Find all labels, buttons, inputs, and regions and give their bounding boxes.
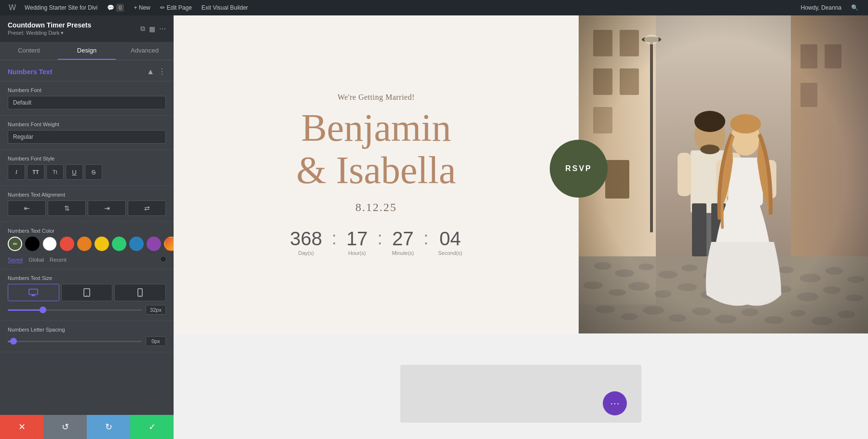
letter-spacing-slider-row: 0px: [8, 336, 166, 346]
sidebar-tabs: Content Design Advanced: [0, 42, 174, 60]
svg-rect-69: [579, 15, 868, 333]
color-swatch-white[interactable]: [42, 237, 57, 251]
size-slider[interactable]: [8, 309, 142, 311]
section-title: Numbers Text: [8, 68, 52, 76]
letter-spacing-value: 0px: [146, 336, 166, 346]
numbers-font-label: Numbers Font: [8, 87, 166, 93]
numbers-letter-spacing-section: Numbers Letter Spacing 0px: [0, 321, 174, 352]
capitalize-button[interactable]: Tt: [46, 164, 64, 180]
save-button[interactable]: ✓: [130, 415, 174, 439]
countdown-hours-label: Hour(s): [346, 250, 368, 256]
recent-tab[interactable]: Recent: [50, 257, 67, 263]
undo-button[interactable]: ↺: [43, 415, 87, 439]
tab-design[interactable]: Design: [58, 42, 116, 60]
color-swatch-gradient[interactable]: [164, 237, 174, 251]
cancel-button[interactable]: ✕: [0, 415, 43, 439]
search-icon[interactable]: 🔍: [846, 0, 863, 15]
eyedropper-swatch[interactable]: ✏: [8, 237, 22, 251]
numbers-font-weight-select[interactable]: Regular: [8, 130, 166, 144]
countdown-seconds-label: Second(s): [438, 250, 462, 256]
redo-button[interactable]: ↻: [87, 415, 130, 439]
color-swatch-green[interactable]: [112, 237, 126, 251]
color-tabs: Saved Global Recent: [8, 257, 67, 263]
svg-rect-2: [31, 296, 36, 296]
size-slider-row: 32px: [8, 305, 166, 315]
color-swatch-black[interactable]: [25, 237, 40, 251]
main-layout: Countdown Timer Presets Preset: Wedding …: [0, 15, 868, 439]
numbers-text-size-section: Numbers Text Size 32px: [0, 269, 174, 321]
color-swatch-purple[interactable]: [147, 237, 161, 251]
edit-page-link[interactable]: ✏ Edit Page: [155, 0, 197, 15]
align-right-button[interactable]: ⇥: [88, 200, 126, 216]
grid-icon[interactable]: ▦: [149, 25, 155, 33]
color-swatch-red[interactable]: [60, 237, 74, 251]
tab-advanced[interactable]: Advanced: [116, 42, 174, 60]
style-buttons: I TT Tt U S: [8, 164, 166, 180]
sidebar-subtitle[interactable]: Preset: Wedding Dark ▾: [8, 30, 91, 36]
align-center-button[interactable]: ⇅: [48, 200, 86, 216]
canvas-area: 🏷 We're Getting Married! Benjamin& Isabe…: [174, 15, 868, 439]
numbers-text-color-label: Numbers Text Color: [8, 228, 166, 234]
collapse-icon[interactable]: ▲: [147, 67, 154, 76]
wedding-date: 8.12.25: [355, 201, 397, 214]
countdown-minutes-value: 27: [392, 229, 414, 248]
countdown-hours-value: 17: [346, 229, 368, 248]
svg-rect-5: [138, 289, 142, 296]
countdown-sep-3: :: [421, 228, 430, 249]
rsvp-button[interactable]: RSVP: [550, 140, 608, 198]
device-phone[interactable]: [114, 284, 166, 301]
section-header-icons: ▲ ⋮: [147, 67, 166, 76]
color-settings-icon[interactable]: ⚙: [161, 256, 166, 263]
tab-content[interactable]: Content: [0, 42, 58, 60]
wedding-section: We're Getting Married! Benjamin& Isabell…: [174, 15, 868, 333]
color-swatch-blue[interactable]: [129, 237, 144, 251]
numbers-font-style-group: Numbers Font Style I TT Tt U S: [0, 150, 174, 186]
italic-button[interactable]: I: [8, 164, 25, 180]
numbers-font-group: Numbers Font Default: [0, 81, 174, 116]
new-link[interactable]: + New: [129, 0, 155, 15]
section-more-icon[interactable]: ⋮: [158, 67, 166, 76]
sidebar-footer: ✕ ↺ ↻ ✓: [0, 415, 174, 439]
countdown-minutes: 27 Minute(s): [384, 229, 422, 256]
wp-admin-bar: W Wedding Starter Site for Divi 💬 0 + Ne…: [0, 0, 868, 15]
comment-count: 0: [116, 4, 124, 12]
letter-spacing-slider[interactable]: [8, 341, 142, 342]
svg-point-4: [86, 295, 87, 296]
saved-tab[interactable]: Saved: [8, 257, 23, 263]
duplicate-icon[interactable]: ⧉: [140, 25, 145, 33]
more-options-button[interactable]: ⋯: [603, 391, 627, 415]
color-swatch-orange[interactable]: [77, 237, 92, 251]
align-left-button[interactable]: ⇤: [8, 200, 46, 216]
device-tabs: [8, 284, 166, 301]
numbers-font-select[interactable]: Default: [8, 96, 166, 109]
sidebar-header-left: Countdown Timer Presets Preset: Wedding …: [8, 21, 91, 36]
numbers-text-alignment-group: Numbers Text Alignment ⇤ ⇅ ⇥ ⇄: [0, 186, 174, 222]
section-header: Numbers Text ▲ ⋮: [0, 60, 174, 81]
wedding-left: We're Getting Married! Benjamin& Isabell…: [174, 15, 579, 333]
numbers-letter-spacing-label: Numbers Letter Spacing: [8, 327, 166, 333]
undo-icon: ↺: [62, 422, 69, 432]
global-tab[interactable]: Global: [28, 257, 44, 263]
site-name-link[interactable]: Wedding Starter Site for Divi: [20, 0, 102, 15]
redo-icon: ↻: [105, 422, 112, 432]
comments-link[interactable]: 💬 0: [102, 0, 129, 15]
exit-builder-link[interactable]: Exit Visual Builder: [197, 0, 253, 15]
wp-logo-icon[interactable]: W: [5, 0, 20, 15]
strikethrough-button[interactable]: S: [85, 164, 102, 180]
numbers-font-style-label: Numbers Font Style: [8, 156, 166, 161]
countdown-seconds: 04 Second(s): [431, 229, 470, 256]
numbers-text-alignment-label: Numbers Text Alignment: [8, 192, 166, 198]
wedding-right: [579, 15, 868, 333]
more-icon[interactable]: ⋯: [159, 25, 166, 33]
underline-button[interactable]: U: [66, 164, 83, 180]
more-dots-icon: ⋯: [610, 398, 620, 409]
uppercase-button[interactable]: TT: [27, 164, 44, 180]
countdown-days-value: 368: [290, 229, 322, 248]
countdown-days: 368 Day(s): [282, 229, 330, 256]
align-justify-button[interactable]: ⇄: [128, 200, 166, 216]
device-desktop[interactable]: [8, 284, 59, 301]
color-swatch-yellow[interactable]: [95, 237, 109, 251]
bottom-section: ⋯: [174, 333, 868, 439]
numbers-font-weight-group: Numbers Font Weight Regular: [0, 116, 174, 150]
device-tablet[interactable]: [61, 284, 113, 301]
